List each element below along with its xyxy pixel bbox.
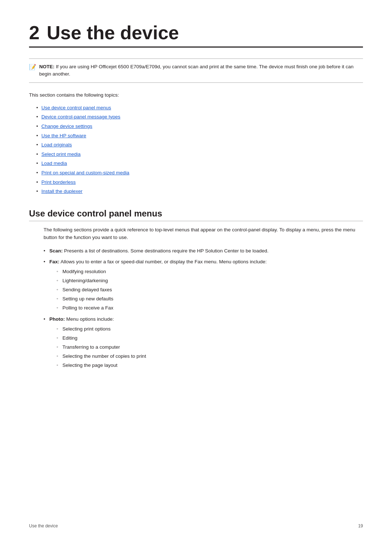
list-item-scan: Scan: Presents a list of destinations. S… xyxy=(44,247,363,255)
list-item: Load originals xyxy=(36,141,363,149)
topic-link-2[interactable]: Device control-panel message types xyxy=(41,114,121,119)
photo-text: Menu options include: xyxy=(65,316,114,322)
note-content: NOTE: If you are using HP Officejet 6500… xyxy=(39,63,363,78)
list-item: Selecting the number of copies to print xyxy=(57,353,363,360)
note-icon: 📝 xyxy=(29,64,36,70)
fax-subitems: Modifying resolution Lightening/darkenin… xyxy=(57,268,363,312)
subsection-body: The following sections provide a quick r… xyxy=(44,226,363,242)
list-item: Select print media xyxy=(36,150,363,158)
fax-text: Allows you to enter a fax or speed-dial … xyxy=(60,259,267,264)
note-label: NOTE: xyxy=(39,64,54,69)
list-item: Transferring to a computer xyxy=(57,344,363,351)
list-item: Use device control panel menus xyxy=(36,104,363,112)
footer-page-number: 19 xyxy=(358,523,363,528)
list-item: Print borderless xyxy=(36,178,363,186)
chapter-number: 2 xyxy=(29,22,40,43)
photo-subitems: Selecting print options Editing Transfer… xyxy=(57,325,363,369)
topic-link-10[interactable]: Install the duplexer xyxy=(41,189,82,194)
page-footer: Use the device 19 xyxy=(29,523,363,528)
list-item: Load media xyxy=(36,159,363,167)
list-item: Selecting the page layout xyxy=(57,362,363,369)
topic-link-1[interactable]: Use device control panel menus xyxy=(41,105,111,110)
note-box: 📝 NOTE: If you are using HP Officejet 65… xyxy=(29,58,363,83)
list-item-photo: Photo: Menu options include: Selecting p… xyxy=(44,316,363,369)
list-item: Use the HP software xyxy=(36,132,363,140)
scan-label: Scan: xyxy=(49,248,63,254)
topic-link-9[interactable]: Print borderless xyxy=(41,179,76,185)
list-item: Modifying resolution xyxy=(57,268,363,276)
list-item: Sending delayed faxes xyxy=(57,286,363,294)
fax-label: Fax: xyxy=(49,259,60,264)
list-item: Install the duplexer xyxy=(36,187,363,195)
list-item: Lightening/darkening xyxy=(57,277,363,285)
topic-link-8[interactable]: Print on special and custom-sized media xyxy=(41,170,129,175)
main-bullets-list: Scan: Presents a list of destinations. S… xyxy=(44,247,363,369)
topics-list: Use device control panel menus Device co… xyxy=(36,104,363,195)
chapter-title: Use the device xyxy=(47,22,179,43)
list-item: Selecting print options xyxy=(57,325,363,333)
list-item-fax: Fax: Allows you to enter a fax or speed-… xyxy=(44,258,363,312)
topic-link-7[interactable]: Load media xyxy=(41,161,67,166)
topic-link-5[interactable]: Load originals xyxy=(41,142,72,147)
list-item: Device control-panel message types xyxy=(36,113,363,121)
topic-link-6[interactable]: Select print media xyxy=(41,151,81,157)
note-text: If you are using HP Officejet 6500 E709a… xyxy=(39,64,354,77)
list-item: Editing xyxy=(57,335,363,342)
topic-link-4[interactable]: Use the HP software xyxy=(41,133,86,138)
subsection-heading: Use device control panel menus xyxy=(29,208,363,221)
photo-label: Photo: xyxy=(49,316,65,322)
topic-link-3[interactable]: Change device settings xyxy=(41,123,92,129)
list-item: Print on special and custom-sized media xyxy=(36,169,363,177)
scan-text: Presents a list of destinations. Some de… xyxy=(63,248,269,254)
list-item: Change device settings xyxy=(36,122,363,130)
list-item: Setting up new defaults xyxy=(57,295,363,303)
section-intro: This section contains the following topi… xyxy=(29,92,363,99)
chapter-header: 2 Use the device xyxy=(29,22,363,48)
list-item: Polling to receive a Fax xyxy=(57,304,363,312)
footer-left-text: Use the device xyxy=(29,523,58,528)
